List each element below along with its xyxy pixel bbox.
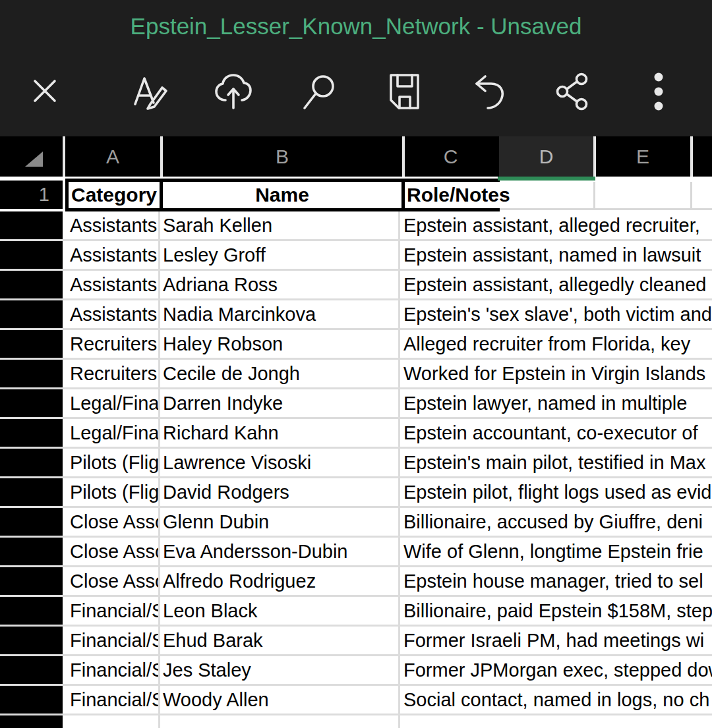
cell-category[interactable]: Assistants	[65, 271, 160, 298]
cell-notes[interactable]: Alleged recruiter from Florida, key	[400, 330, 705, 358]
cell-notes[interactable]: Epstein assistant, alleged recruiter,	[400, 211, 705, 239]
cell-name[interactable]: Glenn Dubin	[160, 508, 400, 536]
table-row: 16Financial/SEhud BarakFormer Israeli PM…	[0, 627, 712, 656]
document-title: Epstein_Lesser_Known_Network - Unsaved	[0, 13, 712, 40]
select-all-corner[interactable]	[25, 152, 43, 167]
cell-category[interactable]: Financial/S	[65, 627, 160, 654]
cell-notes[interactable]: Epstein assistant, allegedly cleaned	[400, 271, 705, 298]
row-number[interactable]: 4	[0, 271, 63, 298]
cell-notes[interactable]: Epstein pilot, flight logs used as evid	[400, 478, 705, 506]
save-button[interactable]	[382, 70, 424, 112]
cell-name[interactable]: Alfredo Rodriguez	[160, 567, 400, 595]
row-number[interactable]: 11	[0, 478, 63, 506]
cell-category[interactable]: Assistants	[65, 211, 160, 239]
row-number[interactable]: 7	[0, 360, 63, 387]
table-row: 3AssistantsLesley GroffEpstein assistant…	[0, 241, 712, 271]
undo-button[interactable]	[466, 70, 508, 112]
cell-notes[interactable]: Epstein's main pilot, testified in Max	[400, 449, 705, 476]
row-number[interactable]: 14	[0, 567, 63, 595]
cell-notes[interactable]: Former Israeli PM, had meetings wi	[400, 627, 705, 654]
row-number[interactable]: 1	[0, 181, 63, 209]
spreadsheet-app: Epstein_Lesser_Known_Network - Unsaved	[0, 0, 712, 728]
cell-name-header[interactable]: Name	[163, 182, 401, 208]
cell-notes[interactable]: Social contact, named in logs, no ch	[400, 686, 705, 714]
cell-category[interactable]: Close Asso	[65, 508, 160, 536]
table-row: 2AssistantsSarah KellenEpstein assistant…	[0, 211, 712, 241]
cell-name[interactable]: Jes Staley	[160, 656, 400, 684]
column-header-d[interactable]: D	[499, 136, 593, 177]
cell-name[interactable]: Ehud Barak	[160, 627, 400, 654]
cell-category[interactable]: Close Asso	[65, 538, 160, 565]
cell-category[interactable]	[65, 715, 160, 728]
cell-notes[interactable]: Epstein house manager, tried to sel	[400, 567, 705, 595]
cell-notes[interactable]: Epstein assistant, named in lawsuit	[400, 241, 705, 269]
row-number[interactable]: 2	[0, 211, 63, 239]
cell-notes[interactable]: Wife of Glenn, longtime Epstein frie	[400, 538, 705, 565]
column-header-a[interactable]: A	[65, 136, 160, 177]
cell-name[interactable]: Nadia Marcinkova	[160, 300, 400, 328]
cell-category[interactable]: Legal/Fina	[65, 389, 160, 417]
column-header-b[interactable]: B	[162, 136, 402, 177]
column-header-partial[interactable]	[692, 136, 712, 177]
row-number[interactable]: 12	[0, 508, 63, 536]
share-icon	[551, 70, 593, 112]
cloud-upload-button[interactable]	[212, 70, 254, 112]
cell-category-header[interactable]: Category	[69, 182, 160, 208]
cell-name[interactable]: Lesley Groff	[160, 241, 400, 269]
cell-name[interactable]: Lawrence Visoski	[160, 449, 400, 476]
cell-notes[interactable]: Epstein's 'sex slave', both victim and	[400, 300, 705, 328]
row-number[interactable]: 10	[0, 449, 63, 476]
close-button[interactable]	[24, 70, 66, 112]
cell-category[interactable]: Legal/Fina	[65, 419, 160, 447]
cell-notes[interactable]: Billionaire, paid Epstein $158M, step	[400, 597, 705, 625]
cell-category[interactable]: Pilots (Flig	[65, 449, 160, 476]
row-number[interactable]: 17	[0, 656, 63, 684]
cell-name[interactable]: Darren Indyke	[160, 389, 400, 417]
share-button[interactable]	[551, 70, 593, 112]
cell-category[interactable]: Financial/S	[65, 597, 160, 625]
cell-notes[interactable]: Epstein accountant, co-executor of	[400, 419, 705, 447]
row-number[interactable]: 9	[0, 419, 63, 447]
cell-name[interactable]: Sarah Kellen	[160, 211, 400, 239]
row-number[interactable]: 3	[0, 241, 63, 269]
cell-category[interactable]: Pilots (Flig	[65, 478, 160, 506]
cell-name[interactable]: Leon Black	[160, 597, 400, 625]
cell-name[interactable]: Richard Kahn	[160, 419, 400, 447]
row-number[interactable]: 15	[0, 597, 63, 625]
search-button[interactable]	[297, 70, 339, 112]
row-number[interactable]: 6	[0, 330, 63, 358]
row-number[interactable]: 5	[0, 300, 63, 328]
row-number[interactable]: 8	[0, 389, 63, 417]
cell-notes[interactable]: Former JPMorgan exec, stepped dow	[400, 656, 705, 684]
row-number[interactable]: 16	[0, 627, 63, 654]
cell-notes[interactable]	[400, 715, 705, 728]
row-number[interactable]: 19	[0, 715, 63, 728]
table-row: 5AssistantsNadia MarcinkovaEpstein's 'se…	[0, 300, 712, 330]
overflow-menu-button[interactable]	[638, 70, 680, 112]
cell-name[interactable]: Adriana Ross	[160, 271, 400, 298]
cell-name[interactable]: Cecile de Jongh	[160, 360, 400, 387]
cell-category[interactable]: Financial/S	[65, 656, 160, 684]
cell-name[interactable]: Woody Allen	[160, 686, 400, 714]
column-header-e[interactable]: E	[595, 136, 690, 177]
cell-category[interactable]: Financial/S	[65, 686, 160, 714]
row-number[interactable]: 13	[0, 538, 63, 565]
column-header-c[interactable]: C	[404, 136, 497, 177]
header-divider	[402, 136, 405, 177]
cell-notes[interactable]: Epstein lawyer, named in multiple	[400, 389, 705, 417]
cell-category[interactable]: Assistants	[65, 300, 160, 328]
save-icon	[382, 70, 424, 112]
edit-button[interactable]	[129, 70, 171, 112]
cell-category[interactable]: Assistants	[65, 241, 160, 269]
cell-role-header[interactable]: Role/Notes	[407, 182, 510, 208]
cell-category[interactable]: Recruiters	[65, 360, 160, 387]
cell-category[interactable]: Recruiters	[65, 330, 160, 358]
cell-name[interactable]: Eva Andersson-Dubin	[160, 538, 400, 565]
row-number[interactable]: 18	[0, 686, 63, 714]
cell-name[interactable]: David Rodgers	[160, 478, 400, 506]
cell-notes[interactable]: Billionaire, accused by Giuffre, deni	[400, 508, 705, 536]
cell-name[interactable]: Haley Robson	[160, 330, 400, 358]
cell-name[interactable]	[160, 715, 400, 728]
cell-category[interactable]: Close Asso	[65, 567, 160, 595]
cell-notes[interactable]: Worked for Epstein in Virgin Islands	[400, 360, 705, 387]
